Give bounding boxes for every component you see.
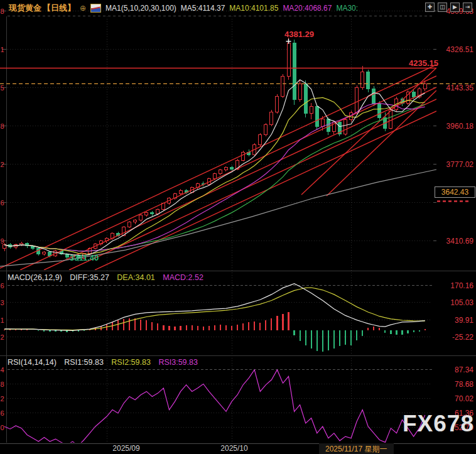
- y-axis-clipped-digit: 5: [1, 84, 4, 92]
- macd-title: MACD(26,12,9): [8, 273, 62, 282]
- x-axis-label-sep: 2025/09: [107, 444, 146, 453]
- grid-layer: [2, 11, 436, 443]
- interval-label[interactable]: 【日线】: [43, 3, 75, 14]
- trend-lines-layer: [0, 65, 436, 270]
- macd-macd-value: MACD:2.52: [163, 273, 203, 282]
- ma20-value: MA20:4068.67: [283, 4, 332, 13]
- macd-header: MACD(26,12,9) DIFF:35.27 DEA:34.01 MACD:…: [8, 273, 209, 282]
- rsi-header: RSI(14,14,14) RSI1:59.83 RSI2:59.83 RSI3…: [8, 358, 203, 367]
- rsi-title: RSI(14,14,14): [8, 358, 57, 367]
- candles-layer: [3, 38, 427, 261]
- rsi-axis-clipped-digit: 6: [1, 409, 4, 417]
- ma100-line: [0, 170, 436, 266]
- symbol-title: 现货黄金: [9, 3, 41, 14]
- rsi-axis-clipped-digit: 0: [1, 424, 4, 431]
- marked-price-label[interactable]: 3642.43: [435, 186, 475, 198]
- y-axis-clipped-digit: 1: [1, 46, 4, 53]
- ma5-value: MA5:4114.37: [181, 4, 225, 13]
- chart-canvas[interactable]: 4509.6884326.5114143.3553960.1883777.022…: [0, 0, 476, 454]
- ma30-value: MA30:: [336, 4, 358, 13]
- macd-axis-label: -25.22: [452, 333, 473, 342]
- macd-axis-clipped-digit: 2: [1, 333, 4, 341]
- chart-app: 4509.6884326.5114143.3553960.1883777.022…: [0, 0, 476, 454]
- x-axis-label-oct: 2025/10: [215, 444, 254, 453]
- ma-lines-layer: [0, 80, 436, 266]
- exit-icon[interactable]: ⇥: [463, 3, 472, 12]
- y-axis-clipped-digit: 6: [1, 199, 4, 207]
- macd-axis-label: 39.91: [455, 316, 473, 325]
- y-axis-label: 3410.69: [446, 237, 474, 246]
- y-axis-clipped-digit: 2: [1, 161, 4, 168]
- rsi-axis-clipped-digit: 8: [1, 381, 4, 388]
- ma-group-label: MA1(5,10,20,30,100): [105, 4, 176, 13]
- rsi-axis-label: 87.34: [455, 365, 473, 374]
- forward-icon[interactable]: ▶: [450, 3, 460, 12]
- y-axis-label: 3960.18: [446, 122, 474, 131]
- chart-toolbar: ✚ ◫ ▶ ⇥: [425, 3, 472, 12]
- price-level-lines: [0, 39, 475, 84]
- macd-dea-value: DEA:34.01: [117, 273, 154, 282]
- diff-line: [4, 284, 425, 331]
- macd-axis-clipped-digit: 1: [1, 316, 4, 324]
- y-axis-label: 3777.02: [446, 160, 474, 169]
- macd-axis-clipped-digit: 6: [1, 282, 4, 289]
- move-icon[interactable]: ✚: [425, 3, 435, 12]
- chart-header: 现货黄金 【日线】 ⊕ MA1(5,10,20,30,100) MA5:4114…: [0, 0, 476, 16]
- y-axis-clipped-digit: 8: [1, 122, 4, 130]
- macd-lines: [4, 284, 425, 331]
- watermark: FX678: [403, 412, 474, 435]
- macd-diff-value: DIFF:35.27: [70, 273, 109, 282]
- resistance-price-label: 4235.15: [409, 58, 438, 68]
- y-axis-label: 4143.35: [446, 84, 474, 92]
- panel-icon[interactable]: ◫: [438, 3, 447, 12]
- peak-price-label: 4381.29: [284, 30, 314, 39]
- rsi-axis-label: 78.68: [455, 380, 473, 389]
- rsi3-value: RSI3:59.83: [158, 358, 198, 367]
- macd-histogram: [4, 312, 425, 352]
- rsi1-value: RSI1:59.83: [64, 358, 104, 367]
- rsi-axis-label: 70.02: [455, 394, 473, 403]
- swing-low-label: 3311.40: [70, 253, 99, 262]
- settings-icon[interactable]: ⊕: [80, 4, 86, 12]
- macd-axis-label: 170.16: [450, 281, 473, 290]
- rsi-line-layer: [4, 370, 425, 446]
- macd-axis-clipped-digit: 3: [1, 299, 4, 306]
- x-axis-current-date[interactable]: 2025/11/17 星期一: [319, 443, 394, 454]
- rsi-axis-clipped-digit: 4: [1, 366, 4, 374]
- macd-axis-label: 105.03: [450, 298, 473, 307]
- rsi-line: [4, 370, 425, 446]
- y-axis-label: 4326.51: [446, 45, 474, 54]
- rsi-axis-clipped-digit: 2: [1, 395, 4, 403]
- y-axis-clipped-digit: 9: [1, 237, 4, 245]
- chart-style-icon[interactable]: [90, 4, 101, 13]
- rsi2-value: RSI2:59.83: [111, 358, 151, 367]
- ma10-value: MA10:4101.85: [229, 4, 278, 13]
